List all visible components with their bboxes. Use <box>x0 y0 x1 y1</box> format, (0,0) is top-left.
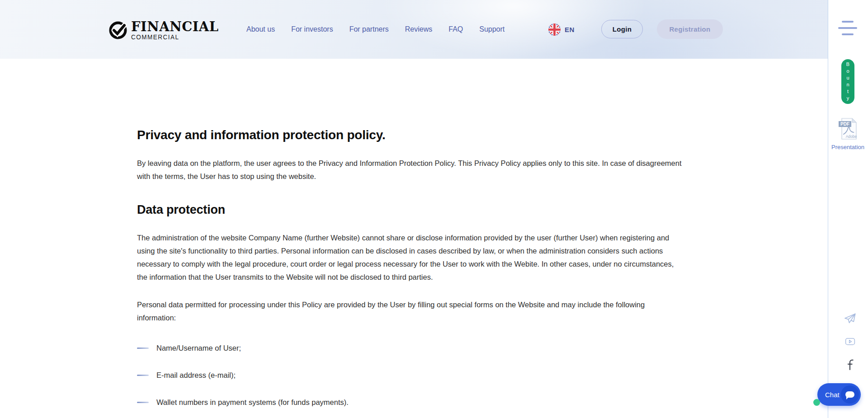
main-content: Privacy and information protection polic… <box>137 59 685 418</box>
login-button[interactable]: Login <box>601 20 643 38</box>
youtube-icon[interactable] <box>844 336 857 348</box>
main-nav: About us For investors For partners Revi… <box>246 0 505 59</box>
list-item: Wallet numbers in payment systems (for f… <box>137 397 685 408</box>
logo-line2: COMMERCIAL <box>131 33 219 41</box>
logo-text: FINANCIAL COMMERCIAL <box>131 20 219 40</box>
nav-for-investors[interactable]: For investors <box>291 25 333 33</box>
presentation-download[interactable]: PDF Adobe Presentation <box>828 117 868 150</box>
hamburger-menu-icon[interactable] <box>838 21 857 37</box>
logo-check-icon <box>108 20 129 41</box>
dash-bullet-icon <box>137 402 149 403</box>
list-item-text: E-mail address (e-mail); <box>156 370 236 381</box>
logo[interactable]: FINANCIAL COMMERCIAL <box>108 20 219 41</box>
chat-label: Chat <box>825 391 840 399</box>
data-protection-paragraph-1: The administration of the website Compan… <box>137 231 685 284</box>
bounty-ribbon[interactable]: Bounty <box>841 59 854 104</box>
chat-widget[interactable]: Chat <box>817 383 861 406</box>
nav-about-us[interactable]: About us <box>246 25 275 33</box>
facebook-icon[interactable] <box>844 358 857 371</box>
language-switcher[interactable]: EN <box>548 0 575 59</box>
list-item-text: Name/Username of User; <box>156 343 241 354</box>
page-title: Privacy and information protection polic… <box>137 128 685 142</box>
nav-faq[interactable]: FAQ <box>448 25 463 33</box>
chat-bubble-icon <box>841 385 859 404</box>
list-item: Name/Username of User; <box>137 343 685 354</box>
pdf-brand-text: Adobe <box>845 134 857 139</box>
nav-reviews[interactable]: Reviews <box>405 25 432 33</box>
list-item: E-mail address (e-mail); <box>137 370 685 381</box>
pdf-badge-text: PDF <box>840 122 849 127</box>
intro-paragraph: By leaving data on the platform, the use… <box>137 157 685 183</box>
pdf-file-icon: PDF Adobe <box>838 117 859 140</box>
personal-data-list: Name/Username of User; E-mail address (e… <box>137 343 685 418</box>
chat-online-dot <box>813 399 820 406</box>
dash-bullet-icon <box>137 375 149 376</box>
language-code: EN <box>565 26 575 33</box>
list-item-text: Wallet numbers in payment systems (for f… <box>156 397 349 408</box>
bounty-label: Bounty <box>845 61 851 102</box>
registration-button[interactable]: Registration <box>657 19 723 39</box>
uk-flag-icon <box>548 23 561 36</box>
dash-bullet-icon <box>137 348 149 349</box>
data-protection-paragraph-2: Personal data permitted for processing u… <box>137 298 685 324</box>
presentation-label: Presentation <box>828 144 868 150</box>
nav-support[interactable]: Support <box>479 25 505 33</box>
logo-line1: FINANCIAL <box>131 20 219 33</box>
telegram-icon[interactable] <box>844 312 856 325</box>
site-header: FINANCIAL COMMERCIAL About us For invest… <box>0 0 828 59</box>
section-title: Data protection <box>137 203 685 217</box>
nav-for-partners[interactable]: For partners <box>349 25 389 33</box>
